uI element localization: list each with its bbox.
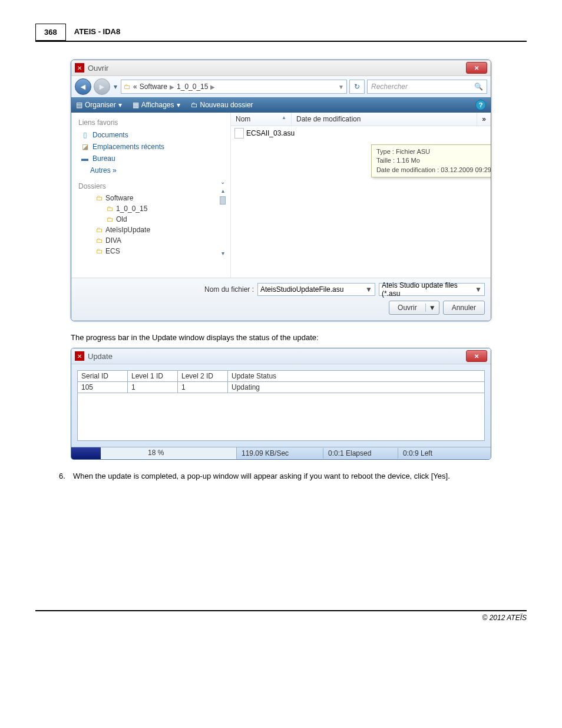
titlebar: ✕ Ouvrir ✕ xyxy=(71,60,491,76)
step-6: 6. When the update is completed, a pop-u… xyxy=(59,472,503,480)
status-bar: 18 % 119.09 KB/Sec 0:0:1 Elapsed 0:0:9 L… xyxy=(71,447,491,459)
col-level2: Level 2 ID xyxy=(178,371,228,382)
filetype-filter[interactable]: Ateis Studio update files (*.asu ▼ xyxy=(379,283,485,296)
col-label: Nom xyxy=(236,115,250,123)
forward-button[interactable]: ► xyxy=(94,78,110,95)
close-button[interactable]: ✕ xyxy=(466,350,487,362)
open-label: Ouvrir xyxy=(389,304,426,312)
window-title: Ouvrir xyxy=(88,64,466,73)
progress-text: 18 % xyxy=(148,449,164,457)
folder-icon: 🗀 xyxy=(96,194,103,202)
more-columns-button[interactable]: » xyxy=(477,113,491,126)
filename-input[interactable]: AteisStudioUpdateFile.asu ▼ xyxy=(257,283,375,296)
tree-label: Software xyxy=(105,194,133,202)
update-window: ✕ Update ✕ Serial ID Level 1 ID Level 2 … xyxy=(71,348,491,460)
col-status: Update Status xyxy=(228,371,484,382)
file-icon xyxy=(234,128,244,139)
cell-status: Updating xyxy=(228,382,484,393)
close-button[interactable]: ✕ xyxy=(466,62,487,74)
table-blank xyxy=(78,393,484,440)
sidebar-label: Documents xyxy=(92,131,128,139)
chevron-down-icon: ⌄ xyxy=(220,179,225,185)
folders-heading[interactable]: Dossiers xyxy=(74,180,217,193)
tooltip-line: Type : Fichier ASU xyxy=(376,147,491,156)
sort-asc-icon: ▲ xyxy=(282,115,286,123)
cell-level1: 1 xyxy=(128,382,178,393)
refresh-button[interactable]: ↻ xyxy=(349,80,365,94)
sidebar-label: Bureau xyxy=(92,154,115,163)
tree-label: DIVA xyxy=(105,236,121,245)
table-header-row: Serial ID Level 1 ID Level 2 ID Update S… xyxy=(78,371,484,382)
dropdown-icon[interactable]: ▼ xyxy=(365,285,372,294)
sidebar-label: Emplacements récents xyxy=(92,143,164,151)
nav-history-dropdown[interactable]: ▾ xyxy=(113,82,118,91)
sidebar-item-documents[interactable]: ▯ Documents xyxy=(74,129,228,141)
titlebar: ✕ Update ✕ xyxy=(71,348,491,364)
status-rate: 119.09 KB/Sec xyxy=(237,448,323,459)
search-placeholder: Rechercher xyxy=(371,83,408,91)
sidebar: Liens favoris ▯ Documents ◪ Emplacements… xyxy=(71,113,231,278)
app-icon: ✕ xyxy=(75,351,84,361)
col-serial: Serial ID xyxy=(78,371,128,382)
breadcrumb-seg1[interactable]: Software xyxy=(140,83,167,91)
folder-icon: 🗀 xyxy=(96,226,103,234)
table-row: 105 1 1 Updating xyxy=(78,382,484,393)
scroll-thumb[interactable] xyxy=(220,196,226,205)
column-header-date[interactable]: Date de modification xyxy=(292,113,477,126)
favorites-heading: Liens favoris xyxy=(74,116,228,129)
dropdown-icon[interactable]: ▼ xyxy=(426,304,439,312)
tooltip-line: Taille : 1.16 Mo xyxy=(376,156,491,165)
tree-item-version[interactable]: 🗀1_0_0_15 xyxy=(74,203,217,214)
tree-label: 1_0_0_15 xyxy=(116,205,147,213)
tree-item-software[interactable]: 🗀Software xyxy=(74,193,217,203)
sidebar-scrollbar[interactable]: ⌄ ▴ ▾ xyxy=(217,176,228,256)
file-name: ECSAII_03.asu xyxy=(246,129,295,137)
search-input[interactable]: Rechercher 🔍 xyxy=(367,80,487,94)
filename-label: Nom du fichier : xyxy=(204,285,254,294)
sidebar-item-others[interactable]: Autres » xyxy=(74,164,228,176)
cancel-button[interactable]: Annuler xyxy=(443,301,485,315)
column-header-name[interactable]: Nom ▲ xyxy=(231,113,292,126)
tree-item-ecs[interactable]: 🗀ECS xyxy=(74,246,217,256)
update-table: Serial ID Level 1 ID Level 2 ID Update S… xyxy=(77,370,485,441)
tree-item-ateisip[interactable]: 🗀AteïsIpUpdate xyxy=(74,225,217,235)
file-tooltip: Type : Fichier ASU Taille : 1.16 Mo Date… xyxy=(371,144,491,177)
open-button[interactable]: Ouvrir ▼ xyxy=(389,301,439,315)
breadcrumb[interactable]: 🗀 « Software ▶ 1_0_0_15 ▶ ▼ xyxy=(121,80,347,94)
window-title: Update xyxy=(88,352,466,361)
file-list-header: Nom ▲ Date de modification » xyxy=(231,113,491,126)
folder-icon: 🗀 xyxy=(96,236,103,245)
views-icon: ▦ xyxy=(133,101,139,109)
chevron-right-icon: ▶ xyxy=(210,84,215,90)
folder-icon: 🗀 xyxy=(124,83,131,91)
sidebar-item-recent[interactable]: ◪ Emplacements récents xyxy=(74,141,228,153)
sidebar-label: Autres » xyxy=(90,166,117,174)
dropdown-icon[interactable]: ▼ xyxy=(338,84,344,90)
organize-label: Organiser xyxy=(85,101,116,109)
organize-button[interactable]: ▤ Organiser ▾ xyxy=(76,101,122,109)
app-icon: ✕ xyxy=(75,63,84,73)
scroll-down-icon: ▾ xyxy=(222,250,224,256)
sidebar-item-desktop[interactable]: ▬ Bureau xyxy=(74,153,228,164)
status-elapsed: 0:0:1 Elapsed xyxy=(323,448,398,459)
tree-item-old[interactable]: 🗀Old xyxy=(74,214,217,225)
page-title: ATEIS - IDA8 xyxy=(66,24,129,41)
breadcrumb-prefix: « xyxy=(133,83,137,91)
chevron-right-icon: ▶ xyxy=(170,84,174,90)
new-folder-label: Nouveau dossier xyxy=(200,101,253,109)
views-button[interactable]: ▦ Affichages ▾ xyxy=(133,101,180,109)
back-button[interactable]: ◄ xyxy=(75,78,91,95)
step-content: When the update is completed, a pop-up w… xyxy=(73,472,450,480)
new-folder-button[interactable]: 🗀 Nouveau dossier xyxy=(191,101,253,109)
organize-icon: ▤ xyxy=(76,101,82,109)
caption-text: The progress bar in the Update window di… xyxy=(71,333,491,342)
help-button[interactable]: ? xyxy=(475,100,486,110)
search-icon: 🔍 xyxy=(474,83,483,91)
breadcrumb-seg2[interactable]: 1_0_0_15 xyxy=(177,83,208,91)
tree-item-diva[interactable]: 🗀DIVA xyxy=(74,235,217,246)
dropdown-icon[interactable]: ▼ xyxy=(475,285,482,294)
cell-serial: 105 xyxy=(78,382,128,393)
file-row[interactable]: ECSAII_03.asu xyxy=(231,126,491,140)
page-number: 368 xyxy=(35,24,66,41)
nav-bar: ◄ ► ▾ 🗀 « Software ▶ 1_0_0_15 ▶ ▼ ↻ Rech… xyxy=(71,76,491,97)
